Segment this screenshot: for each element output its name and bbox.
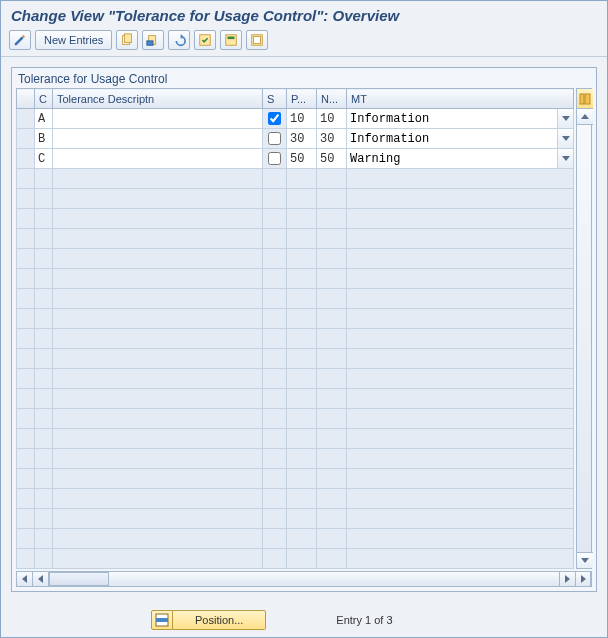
row-selector[interactable] bbox=[17, 329, 35, 349]
empty-cell bbox=[317, 189, 347, 209]
undo-change-button[interactable] bbox=[168, 30, 190, 50]
row-selector[interactable] bbox=[17, 269, 35, 289]
scroll-left-button[interactable] bbox=[17, 572, 33, 586]
row-selector[interactable] bbox=[17, 309, 35, 329]
empty-cell bbox=[347, 389, 574, 409]
row-selector[interactable] bbox=[17, 549, 35, 569]
empty-cell bbox=[287, 389, 317, 409]
col-desc-header[interactable]: Tolerance Descriptn bbox=[53, 89, 263, 109]
vertical-scrollbar[interactable] bbox=[576, 88, 592, 569]
cell-c[interactable] bbox=[35, 149, 52, 168]
horizontal-scrollbar[interactable] bbox=[16, 571, 592, 587]
row-selector[interactable] bbox=[17, 529, 35, 549]
cell-n[interactable] bbox=[317, 149, 346, 168]
cell-desc[interactable] bbox=[53, 149, 262, 168]
table-row bbox=[17, 429, 574, 449]
empty-cell bbox=[347, 249, 574, 269]
toggle-display-change-button[interactable] bbox=[9, 30, 31, 50]
empty-cell bbox=[317, 309, 347, 329]
cell-n[interactable] bbox=[317, 109, 346, 128]
row-selector[interactable] bbox=[17, 509, 35, 529]
empty-cell bbox=[35, 249, 53, 269]
col-c-header[interactable]: C bbox=[35, 89, 53, 109]
scroll-left-col-button[interactable] bbox=[33, 572, 49, 586]
row-selector[interactable] bbox=[17, 149, 35, 169]
empty-cell bbox=[35, 269, 53, 289]
empty-cell bbox=[35, 329, 53, 349]
position-icon-button[interactable] bbox=[151, 610, 173, 630]
empty-cell bbox=[35, 549, 53, 569]
cell-p[interactable] bbox=[287, 109, 316, 128]
select-block-button[interactable] bbox=[220, 30, 242, 50]
row-selector[interactable] bbox=[17, 169, 35, 189]
cell-desc[interactable] bbox=[53, 109, 262, 128]
cell-mt[interactable] bbox=[347, 149, 557, 168]
row-selector[interactable] bbox=[17, 109, 35, 129]
empty-cell bbox=[35, 349, 53, 369]
col-s-header[interactable]: S bbox=[263, 89, 287, 109]
empty-cell bbox=[35, 369, 53, 389]
col-n-header[interactable]: N... bbox=[317, 89, 347, 109]
cell-n[interactable] bbox=[317, 129, 346, 148]
row-selector[interactable] bbox=[17, 229, 35, 249]
scroll-right-col-button[interactable] bbox=[559, 572, 575, 586]
cell-p[interactable] bbox=[287, 149, 316, 168]
row-selector[interactable] bbox=[17, 489, 35, 509]
row-selector[interactable] bbox=[17, 449, 35, 469]
page-title: Change View "Tolerance for Usage Control… bbox=[1, 1, 607, 28]
row-selector[interactable] bbox=[17, 349, 35, 369]
col-mt-header[interactable]: MT bbox=[347, 89, 574, 109]
empty-cell bbox=[35, 289, 53, 309]
copy-as-button[interactable] bbox=[116, 30, 138, 50]
empty-cell bbox=[53, 349, 263, 369]
cell-mt[interactable] bbox=[347, 129, 557, 148]
table-row bbox=[17, 349, 574, 369]
empty-cell bbox=[53, 369, 263, 389]
row-selector[interactable] bbox=[17, 129, 35, 149]
svg-rect-6 bbox=[228, 37, 235, 40]
footer: Position... Entry 1 of 3 bbox=[1, 602, 607, 638]
cell-mt[interactable] bbox=[347, 109, 557, 128]
cell-p[interactable] bbox=[287, 129, 316, 148]
chevron-down-icon[interactable] bbox=[557, 129, 573, 148]
new-entries-button[interactable]: New Entries bbox=[35, 30, 112, 50]
configure-columns-button[interactable] bbox=[577, 89, 593, 109]
position-button[interactable]: Position... bbox=[173, 610, 266, 630]
svg-rect-9 bbox=[580, 94, 584, 104]
cell-s-checkbox[interactable] bbox=[268, 152, 281, 165]
cell-c[interactable] bbox=[35, 109, 52, 128]
row-selector[interactable] bbox=[17, 389, 35, 409]
scroll-down-button[interactable] bbox=[577, 552, 593, 568]
empty-cell bbox=[347, 529, 574, 549]
delete-button[interactable] bbox=[142, 30, 164, 50]
cell-s-checkbox[interactable] bbox=[268, 112, 281, 125]
row-selector[interactable] bbox=[17, 189, 35, 209]
chevron-down-icon[interactable] bbox=[557, 109, 573, 128]
svg-rect-1 bbox=[125, 34, 132, 43]
empty-cell bbox=[287, 429, 317, 449]
empty-cell bbox=[53, 169, 263, 189]
empty-cell bbox=[287, 409, 317, 429]
empty-cell bbox=[317, 349, 347, 369]
chevron-down-icon[interactable] bbox=[557, 149, 573, 168]
row-selector[interactable] bbox=[17, 409, 35, 429]
scroll-up-button[interactable] bbox=[577, 109, 593, 125]
deselect-all-button[interactable] bbox=[246, 30, 268, 50]
row-selector[interactable] bbox=[17, 289, 35, 309]
row-selector[interactable] bbox=[17, 369, 35, 389]
empty-cell bbox=[317, 169, 347, 189]
row-selector[interactable] bbox=[17, 209, 35, 229]
row-selector[interactable] bbox=[17, 429, 35, 449]
scroll-thumb[interactable] bbox=[49, 572, 109, 586]
row-selector[interactable] bbox=[17, 249, 35, 269]
cell-s-checkbox[interactable] bbox=[268, 132, 281, 145]
select-all-button[interactable] bbox=[194, 30, 216, 50]
empty-cell bbox=[287, 269, 317, 289]
scroll-right-button[interactable] bbox=[575, 572, 591, 586]
row-selector-header[interactable] bbox=[17, 89, 35, 109]
row-selector[interactable] bbox=[17, 469, 35, 489]
cell-desc[interactable] bbox=[53, 129, 262, 148]
cell-c[interactable] bbox=[35, 129, 52, 148]
grid-area: C Tolerance Descriptn S P... N... MT bbox=[12, 88, 596, 569]
col-p-header[interactable]: P... bbox=[287, 89, 317, 109]
